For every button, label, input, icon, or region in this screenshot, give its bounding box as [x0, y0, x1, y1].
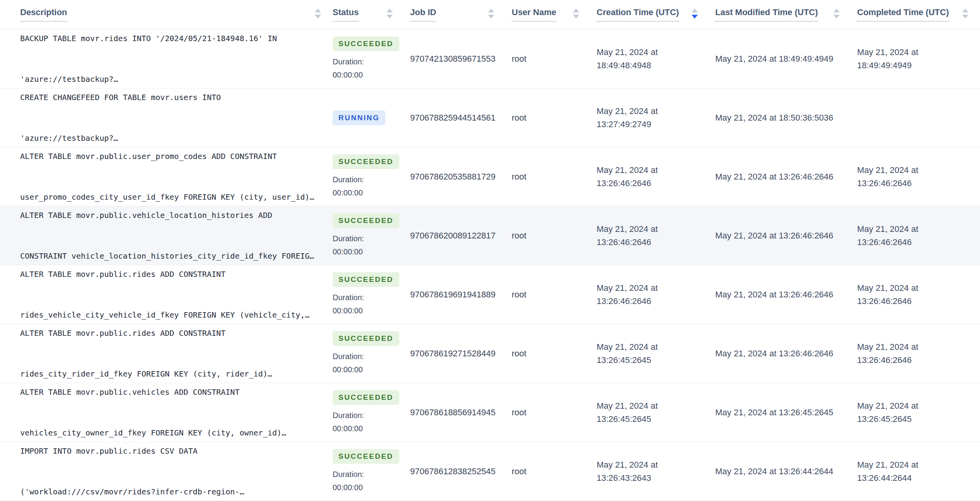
job-id-cell: 970678620535881729	[410, 147, 512, 206]
status-cell: SUCCEEDED Duration: 00:00:00	[333, 324, 410, 383]
creation-time-cell: May 21, 2024 at 13:26:43:2643	[597, 442, 715, 501]
user-name-cell: root	[512, 324, 597, 383]
duration-label: Duration:	[333, 232, 364, 245]
job-id-value: 970678612838252545	[410, 466, 495, 477]
job-id-cell: 970678825944514561	[410, 88, 512, 147]
user-name-cell: root	[512, 88, 597, 147]
user-name-value: root	[512, 290, 526, 300]
creation-time-cell: May 21, 2024 at 13:26:46:2646	[597, 265, 715, 324]
user-name-cell: root	[512, 206, 597, 265]
table-row[interactable]: ALTER TABLE movr.public.vehicles ADD CON…	[0, 383, 980, 442]
status-badge: SUCCEEDED	[333, 213, 399, 228]
completed-time-cell: May 21, 2024 at 13:26:46:2646	[857, 324, 980, 383]
last-modified-time-value: May 21, 2024 at 18:50:36:5036	[715, 111, 833, 124]
job-description-cell[interactable]: CREATE CHANGEFEED FOR TABLE movr.users I…	[0, 88, 333, 147]
job-description-line1: IMPORT INTO movr.public.rides CSV DATA	[20, 444, 244, 458]
last-modified-time-value: May 21, 2024 at 13:26:44:2644	[715, 465, 833, 478]
table-row[interactable]: ALTER TABLE movr.public.user_promo_codes…	[0, 147, 980, 206]
column-label: Completed Time (UTC)	[857, 7, 949, 22]
creation-time-line2: 13:26:46:2646	[597, 295, 658, 308]
column-header-creation-time[interactable]: Creation Time (UTC)	[597, 0, 715, 29]
table-row[interactable]: BACKUP TABLE movr.rides INTO '/2024/05/2…	[0, 29, 980, 88]
completed-time-line2: 13:26:46:2646	[857, 354, 918, 367]
creation-time-cell: May 21, 2024 at 13:26:45:2645	[597, 324, 715, 383]
user-name-value: root	[512, 54, 526, 64]
duration-value: 00:00:00	[333, 422, 363, 435]
creation-time-line2: 13:26:43:2643	[597, 472, 658, 485]
user-name-cell: root	[512, 29, 597, 88]
creation-time-line1: May 21, 2024 at	[597, 46, 658, 59]
creation-time-line2: 13:26:45:2645	[597, 354, 658, 367]
table-row[interactable]: ALTER TABLE movr.public.vehicle_location…	[0, 206, 980, 265]
job-description-cell[interactable]: ALTER TABLE movr.public.rides ADD CONSTR…	[0, 265, 333, 324]
job-description-cell[interactable]: IMPORT INTO movr.public.rides CSV DATA (…	[0, 442, 333, 501]
status-cell: SUCCEEDED Duration: 00:00:00	[333, 206, 410, 265]
status-cell: SUCCEEDED Duration: 00:00:00	[333, 383, 410, 442]
column-label: Status	[333, 7, 359, 22]
jobs-table: Description Status Job ID User Name Crea…	[0, 0, 980, 501]
job-description-cell[interactable]: ALTER TABLE movr.public.vehicle_location…	[0, 206, 333, 265]
last-modified-time-cell: May 21, 2024 at 13:26:44:2644	[715, 442, 857, 501]
status-cell: SUCCEEDED Duration: 00:00:00	[333, 29, 410, 88]
job-description-cell[interactable]: ALTER TABLE movr.public.rides ADD CONSTR…	[0, 324, 333, 383]
creation-time-line2: 18:49:48:4948	[597, 59, 658, 72]
job-id-cell: 970678619271528449	[410, 324, 512, 383]
last-modified-time-cell: May 21, 2024 at 18:49:49:4949	[715, 29, 857, 88]
creation-time-line1: May 21, 2024 at	[597, 399, 658, 413]
job-description-line2: user_promo_codes_city_user_id_fkey FOREI…	[20, 190, 314, 204]
job-id-value: 970742130859671553	[410, 54, 495, 64]
job-description-line2: rides_city_rider_id_fkey FOREIGN KEY (ci…	[20, 367, 272, 381]
creation-time-line2: 13:26:46:2646	[597, 236, 658, 249]
status-badge: SUCCEEDED	[333, 36, 399, 51]
column-header-description[interactable]: Description	[0, 0, 333, 29]
table-header-row: Description Status Job ID User Name Crea…	[0, 0, 980, 29]
creation-time-cell: May 21, 2024 at 13:27:49:2749	[597, 88, 715, 147]
completed-time-line2: 18:49:49:4949	[857, 59, 918, 72]
job-description-line2: CONSTRAINT vehicle_location_histories_ci…	[20, 249, 314, 263]
completed-time-cell: May 21, 2024 at 18:49:49:4949	[857, 29, 980, 88]
duration-label: Duration:	[333, 55, 364, 68]
job-id-value: 970678825944514561	[410, 113, 495, 123]
job-id-cell: 970742130859671553	[410, 29, 512, 88]
column-label: User Name	[512, 7, 556, 22]
completed-time-line1: May 21, 2024 at	[857, 223, 918, 236]
user-name-cell: root	[512, 265, 597, 324]
completed-time-line1: May 21, 2024 at	[857, 399, 918, 413]
column-header-job-id[interactable]: Job ID	[410, 0, 512, 29]
sort-icon	[573, 9, 579, 19]
duration-label: Duration:	[333, 291, 364, 304]
column-header-user-name[interactable]: User Name	[512, 0, 597, 29]
completed-time-cell: May 21, 2024 at 13:26:44:2644	[857, 442, 980, 501]
column-header-status[interactable]: Status	[333, 0, 410, 29]
completed-time-cell: May 21, 2024 at 13:26:45:2645	[857, 383, 980, 442]
user-name-value: root	[512, 349, 526, 359]
completed-time-line1: May 21, 2024 at	[857, 340, 918, 354]
completed-time-cell	[857, 88, 980, 147]
table-row[interactable]: CREATE CHANGEFEED FOR TABLE movr.users I…	[0, 88, 980, 147]
status-badge: SUCCEEDED	[333, 154, 399, 169]
last-modified-time-value: May 21, 2024 at 13:26:46:2646	[715, 288, 833, 301]
user-name-value: root	[512, 231, 526, 241]
table-row[interactable]: ALTER TABLE movr.public.rides ADD CONSTR…	[0, 324, 980, 383]
job-description-cell[interactable]: ALTER TABLE movr.public.vehicles ADD CON…	[0, 383, 333, 442]
sort-icon-active-desc	[692, 9, 698, 19]
table-row[interactable]: IMPORT INTO movr.public.rides CSV DATA (…	[0, 442, 980, 501]
status-badge: SUCCEEDED	[333, 331, 399, 346]
creation-time-cell: May 21, 2024 at 13:26:46:2646	[597, 206, 715, 265]
job-description-line1: CREATE CHANGEFEED FOR TABLE movr.users I…	[20, 91, 221, 104]
duration-value: 00:00:00	[333, 68, 363, 81]
column-label: Description	[20, 7, 67, 22]
last-modified-time-cell: May 21, 2024 at 13:26:46:2646	[715, 206, 857, 265]
table-row[interactable]: ALTER TABLE movr.public.rides ADD CONSTR…	[0, 265, 980, 324]
job-description-line2: 'azure://testbackup?…	[20, 73, 277, 86]
job-description-cell[interactable]: ALTER TABLE movr.public.user_promo_codes…	[0, 147, 333, 206]
creation-time-line1: May 21, 2024 at	[597, 223, 658, 236]
creation-time-line1: May 21, 2024 at	[597, 164, 658, 177]
user-name-cell: root	[512, 442, 597, 501]
column-header-completed-time[interactable]: Completed Time (UTC)	[857, 0, 980, 29]
creation-time-line2: 13:27:49:2749	[597, 118, 658, 131]
job-description-line1: ALTER TABLE movr.public.vehicle_location…	[20, 209, 314, 222]
column-header-last-modified-time[interactable]: Last Modified Time (UTC)	[715, 0, 857, 29]
creation-time-line2: 13:26:46:2646	[597, 177, 658, 190]
job-description-cell[interactable]: BACKUP TABLE movr.rides INTO '/2024/05/2…	[0, 29, 333, 88]
